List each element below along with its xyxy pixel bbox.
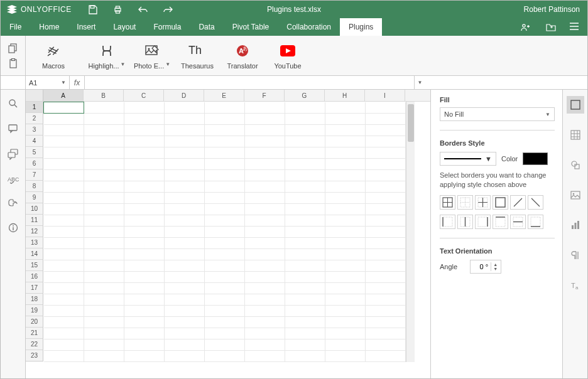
spellcheck-icon[interactable]: ABC — [8, 175, 19, 184]
cell[interactable] — [124, 283, 165, 294]
tab-pivot-table[interactable]: Pivot Table — [224, 18, 278, 36]
cell[interactable] — [245, 317, 285, 328]
angle-input[interactable]: ▲▼ — [470, 260, 501, 274]
cell[interactable] — [44, 193, 84, 204]
border-color-swatch[interactable] — [523, 152, 548, 165]
cell[interactable] — [44, 102, 84, 114]
cell[interactable] — [325, 136, 366, 147]
cell[interactable] — [124, 136, 165, 147]
cell[interactable] — [205, 102, 245, 114]
cell[interactable] — [124, 238, 165, 249]
row-header[interactable]: 16 — [26, 271, 43, 282]
cell[interactable] — [205, 328, 245, 339]
cell[interactable] — [84, 181, 124, 193]
cell[interactable] — [205, 249, 245, 260]
cell[interactable] — [366, 136, 406, 147]
cell[interactable] — [245, 170, 285, 181]
cell[interactable] — [366, 306, 406, 317]
row-header[interactable]: 17 — [26, 282, 43, 294]
plugin-translator[interactable]: AあTranslator — [220, 42, 265, 70]
cell[interactable] — [205, 215, 245, 227]
cell[interactable] — [165, 283, 205, 294]
cell[interactable] — [285, 328, 325, 339]
border-preset-button[interactable] — [510, 195, 526, 210]
cell[interactable] — [285, 260, 325, 272]
cell[interactable] — [44, 204, 84, 215]
row-header[interactable]: 9 — [26, 192, 43, 203]
cell[interactable] — [165, 215, 205, 227]
cell[interactable] — [205, 159, 245, 170]
cell[interactable] — [44, 159, 84, 170]
border-preset-button[interactable] — [440, 195, 455, 210]
cell[interactable] — [285, 136, 325, 147]
cell[interactable] — [325, 227, 366, 238]
cell[interactable] — [84, 147, 124, 159]
plugin-thesaurus[interactable]: ThThesaurus — [175, 42, 220, 70]
row-header[interactable]: 14 — [26, 248, 43, 260]
cell[interactable] — [84, 339, 124, 351]
cell[interactable] — [124, 170, 165, 181]
cell[interactable] — [84, 102, 124, 114]
cell[interactable] — [366, 114, 406, 125]
cell[interactable] — [124, 181, 165, 193]
cell[interactable] — [366, 147, 406, 159]
cell[interactable] — [245, 114, 285, 125]
cell[interactable] — [325, 249, 366, 260]
column-header[interactable]: F — [244, 90, 285, 101]
cell[interactable] — [285, 283, 325, 294]
cell[interactable] — [285, 227, 325, 238]
cell[interactable] — [245, 260, 285, 272]
cell[interactable] — [205, 283, 245, 294]
cell[interactable] — [366, 351, 406, 362]
border-preset-button[interactable] — [510, 215, 526, 229]
cell[interactable] — [366, 339, 406, 351]
cell[interactable] — [366, 260, 406, 272]
cell[interactable] — [44, 283, 84, 294]
cell[interactable] — [245, 238, 285, 249]
cell[interactable] — [325, 294, 366, 306]
cell[interactable] — [325, 204, 366, 215]
share-icon[interactable] — [521, 23, 532, 31]
cell[interactable] — [245, 339, 285, 351]
save-icon[interactable] — [88, 4, 98, 14]
row-header[interactable]: 15 — [26, 260, 43, 271]
cell[interactable] — [205, 227, 245, 238]
cell[interactable] — [325, 114, 366, 125]
cell[interactable] — [44, 215, 84, 227]
cell-settings-tab[interactable] — [567, 96, 584, 114]
cell[interactable] — [205, 114, 245, 125]
cell[interactable] — [124, 204, 165, 215]
tab-data[interactable]: Data — [190, 18, 223, 36]
cell[interactable] — [124, 215, 165, 227]
cell[interactable] — [84, 170, 124, 181]
chat-icon[interactable] — [8, 149, 19, 160]
cell[interactable] — [325, 193, 366, 204]
cell[interactable] — [124, 159, 165, 170]
tab-plugins[interactable]: Plugins — [340, 18, 382, 36]
cell[interactable] — [325, 215, 366, 227]
cell[interactable] — [44, 351, 84, 362]
row-header[interactable]: 8 — [26, 181, 43, 192]
cell[interactable] — [205, 317, 245, 328]
row-header[interactable]: 22 — [26, 339, 43, 350]
cell[interactable] — [366, 193, 406, 204]
cell[interactable] — [44, 306, 84, 317]
scrollbar-thumb[interactable] — [408, 104, 414, 142]
cell[interactable] — [44, 339, 84, 351]
cell[interactable] — [44, 317, 84, 328]
cell[interactable] — [285, 147, 325, 159]
cell[interactable] — [165, 102, 205, 114]
column-header[interactable]: A — [43, 90, 84, 101]
cell[interactable] — [44, 114, 84, 125]
fill-select[interactable]: No Fill ▼ — [440, 107, 555, 121]
cell[interactable] — [285, 249, 325, 260]
cell[interactable] — [165, 193, 205, 204]
cell[interactable] — [44, 249, 84, 260]
cell[interactable] — [205, 147, 245, 159]
cell[interactable] — [285, 181, 325, 193]
column-header[interactable]: G — [285, 90, 325, 101]
paragraph-settings-tab[interactable] — [567, 247, 584, 264]
cell[interactable] — [44, 181, 84, 193]
angle-value[interactable] — [471, 263, 488, 270]
cell[interactable] — [84, 306, 124, 317]
